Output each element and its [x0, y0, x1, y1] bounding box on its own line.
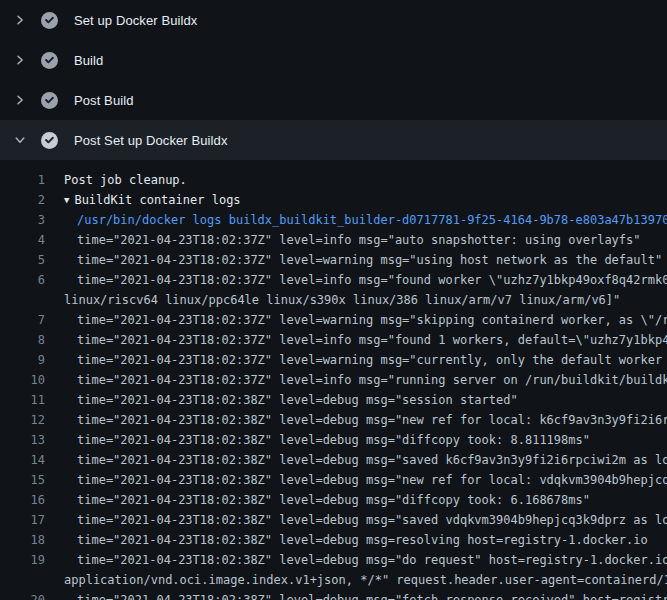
log-line: 1Post job cleanup.: [0, 170, 667, 190]
step-post-build[interactable]: Post Build: [0, 80, 667, 120]
line-number[interactable]: 5: [0, 250, 45, 270]
log-line: 5time="2021-04-23T18:02:37Z" level=warni…: [0, 250, 667, 270]
log-text: Post job cleanup.: [64, 170, 187, 190]
line-number[interactable]: [0, 290, 45, 310]
log-text: time="2021-04-23T18:02:38Z" level=debug …: [64, 470, 667, 490]
log-line: 3/usr/bin/docker logs buildx_buildkit_bu…: [0, 210, 667, 230]
log-line: 4time="2021-04-23T18:02:37Z" level=info …: [0, 230, 667, 250]
line-number[interactable]: 17: [0, 510, 45, 530]
step-set-up-docker-buildx[interactable]: Set up Docker Buildx: [0, 0, 667, 40]
log-text: time="2021-04-23T18:02:38Z" level=debug …: [64, 510, 667, 530]
step-title: Build: [74, 53, 103, 68]
log-area: 1Post job cleanup.2▼BuildKit container l…: [0, 160, 667, 600]
log-text: linux/riscv64 linux/ppc64le linux/s390x …: [64, 290, 620, 310]
line-number[interactable]: 14: [0, 450, 45, 470]
log-text: time="2021-04-23T18:02:38Z" level=debug …: [64, 530, 648, 550]
line-number[interactable]: 4: [0, 230, 45, 250]
line-number[interactable]: [0, 570, 45, 590]
step-list: Set up Docker Buildx Build Post Build: [0, 0, 667, 160]
group-expander-icon[interactable]: ▼: [64, 190, 69, 210]
line-number[interactable]: 19: [0, 550, 45, 570]
log-text: time="2021-04-23T18:02:38Z" level=debug …: [64, 430, 590, 450]
line-number[interactable]: 13: [0, 430, 45, 450]
line-number[interactable]: 8: [0, 330, 45, 350]
log-line: 14time="2021-04-23T18:02:38Z" level=debu…: [0, 450, 667, 470]
step-title: Post Build: [74, 93, 134, 108]
log-text: time="2021-04-23T18:02:38Z" level=debug …: [64, 390, 518, 410]
line-number[interactable]: 1: [0, 170, 45, 190]
check-circle-icon: [41, 52, 58, 69]
log-line: 15time="2021-04-23T18:02:38Z" level=debu…: [0, 470, 667, 490]
log-text: time="2021-04-23T18:02:37Z" level=info m…: [64, 330, 667, 350]
log-line: 13time="2021-04-23T18:02:38Z" level=debu…: [0, 430, 667, 450]
log-text: time="2021-04-23T18:02:37Z" level=warnin…: [64, 350, 667, 370]
check-circle-icon: [41, 92, 58, 109]
log-text: time="2021-04-23T18:02:38Z" level=debug …: [64, 490, 590, 510]
log-line: 2▼BuildKit container logs: [0, 190, 667, 210]
check-circle-icon: [41, 12, 58, 29]
line-number[interactable]: 10: [0, 370, 45, 390]
log-text: time="2021-04-23T18:02:38Z" level=debug …: [64, 550, 667, 570]
log-line: application/vnd.oci.image.index.v1+json,…: [0, 570, 667, 590]
log-line: 12time="2021-04-23T18:02:38Z" level=debu…: [0, 410, 667, 430]
line-number[interactable]: 15: [0, 470, 45, 490]
line-number[interactable]: 11: [0, 390, 45, 410]
log-text: time="2021-04-23T18:02:37Z" level=warnin…: [64, 310, 667, 330]
log-line: linux/riscv64 linux/ppc64le linux/s390x …: [0, 290, 667, 310]
log-line: 10time="2021-04-23T18:02:37Z" level=info…: [0, 370, 667, 390]
log-line: 6time="2021-04-23T18:02:37Z" level=info …: [0, 270, 667, 290]
chevron-right-icon[interactable]: [12, 12, 28, 28]
log-line: 11time="2021-04-23T18:02:38Z" level=debu…: [0, 390, 667, 410]
line-number[interactable]: 12: [0, 410, 45, 430]
log-line: 17time="2021-04-23T18:02:38Z" level=debu…: [0, 510, 667, 530]
log-text: time="2021-04-23T18:02:37Z" level=info m…: [64, 270, 667, 290]
log-line: 18time="2021-04-23T18:02:38Z" level=debu…: [0, 530, 667, 550]
line-number[interactable]: 16: [0, 490, 45, 510]
log-text: time="2021-04-23T18:02:37Z" level=info m…: [64, 370, 667, 390]
log-line: 16time="2021-04-23T18:02:38Z" level=debu…: [0, 490, 667, 510]
line-number[interactable]: 18: [0, 530, 45, 550]
log-line: 7time="2021-04-23T18:02:37Z" level=warni…: [0, 310, 667, 330]
log-text: time="2021-04-23T18:02:38Z" level=debug …: [64, 590, 667, 600]
line-number[interactable]: 6: [0, 270, 45, 290]
line-number[interactable]: 20: [0, 590, 45, 600]
chevron-right-icon[interactable]: [12, 52, 28, 68]
log-text: time="2021-04-23T18:02:37Z" level=info m…: [64, 230, 641, 250]
step-title: Set up Docker Buildx: [74, 13, 197, 28]
log-text: application/vnd.oci.image.index.v1+json,…: [64, 570, 667, 590]
actions-log-viewer: Set up Docker Buildx Build Post Build: [0, 0, 667, 600]
log-line: 20time="2021-04-23T18:02:38Z" level=debu…: [0, 590, 667, 600]
chevron-right-icon[interactable]: [12, 92, 28, 108]
log-line: 9time="2021-04-23T18:02:37Z" level=warni…: [0, 350, 667, 370]
chevron-down-icon[interactable]: [12, 132, 28, 148]
line-number[interactable]: 2: [0, 190, 45, 210]
log-line: 19time="2021-04-23T18:02:38Z" level=debu…: [0, 550, 667, 570]
line-number[interactable]: 9: [0, 350, 45, 370]
log-text: ▼BuildKit container logs: [64, 190, 241, 210]
log-text: time="2021-04-23T18:02:38Z" level=debug …: [64, 450, 667, 470]
check-circle-icon: [41, 132, 58, 149]
step-post-set-up-docker-buildx[interactable]: Post Set up Docker Buildx: [0, 120, 667, 160]
log-text: time="2021-04-23T18:02:38Z" level=debug …: [64, 410, 667, 430]
step-title: Post Set up Docker Buildx: [74, 133, 228, 148]
log-command-text[interactable]: /usr/bin/docker logs buildx_buildkit_bui…: [64, 210, 667, 230]
line-number[interactable]: 3: [0, 210, 45, 230]
log-text: time="2021-04-23T18:02:37Z" level=warnin…: [64, 250, 662, 270]
log-line: 8time="2021-04-23T18:02:37Z" level=info …: [0, 330, 667, 350]
step-build[interactable]: Build: [0, 40, 667, 80]
line-number[interactable]: 7: [0, 310, 45, 330]
